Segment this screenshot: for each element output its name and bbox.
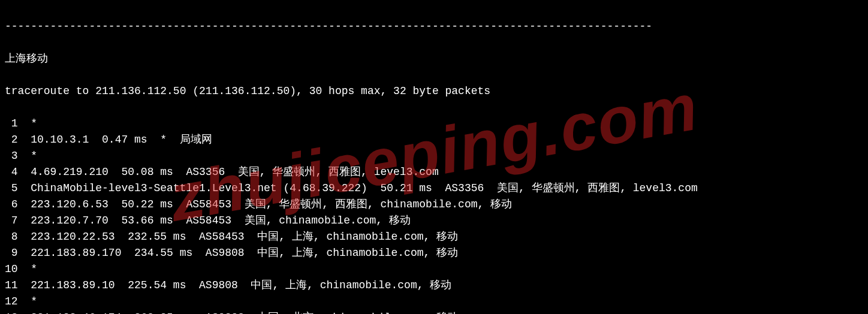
hop-line: 3 * — [5, 148, 863, 164]
hop-line: 4 4.69.219.210 50.08 ms AS3356 美国, 华盛顿州,… — [5, 164, 863, 180]
hop-line: 11 221.183.89.10 225.54 ms AS9808 中国, 上海… — [5, 277, 863, 294]
hop-line: 2 10.10.3.1 0.47 ms * 局域网 — [5, 132, 863, 148]
traceroute-header: traceroute to 211.136.112.50 (211.136.11… — [5, 83, 863, 99]
hop-line: 13 221.183.46.174 260.85 ms AS9808 中国, 北… — [5, 310, 863, 314]
hop-line: 1 * — [5, 116, 863, 132]
divider-line: ----------------------------------------… — [5, 19, 863, 35]
hop-line: 12 * — [5, 294, 863, 310]
hop-line: 5 ChinaMobile-level3-Seattle1.Level3.net… — [5, 180, 863, 197]
hop-line: 10 * — [5, 261, 863, 277]
traceroute-title: 上海移动 — [5, 51, 863, 67]
hop-line: 8 223.120.22.53 232.55 ms AS58453 中国, 上海… — [5, 229, 863, 245]
hop-line: 9 221.183.89.170 234.55 ms AS9808 中国, 上海… — [5, 245, 863, 261]
hop-line: 7 223.120.7.70 53.66 ms AS58453 美国, chin… — [5, 213, 863, 229]
hops-list: 1 * 2 10.10.3.1 0.47 ms * 局域网 3 * 4 4.69… — [5, 116, 863, 314]
terminal-output: ----------------------------------------… — [5, 2, 863, 314]
hop-line: 6 223.120.6.53 50.22 ms AS58453 美国, 华盛顿州… — [5, 197, 863, 213]
